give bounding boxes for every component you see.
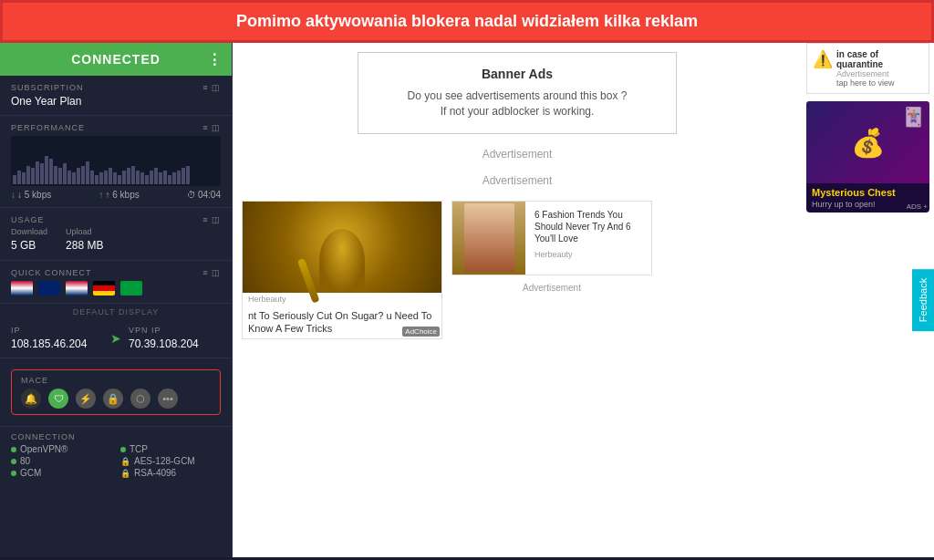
perf-bar <box>54 166 57 184</box>
mace-icon-3[interactable]: ⚡ <box>76 389 96 409</box>
quick-connect-section: QUICK CONNECT ≡ ◫ <box>0 261 232 304</box>
quarantine-ad-action: tap here to view <box>836 78 923 88</box>
banner-ads-text-1: Do you see advertisements around this bo… <box>372 88 662 104</box>
ads-label: ADS + <box>907 202 928 211</box>
perf-bar <box>26 166 30 184</box>
browser-area: Banner Ads Do you see advertisements aro… <box>233 43 934 557</box>
protocol-item: OpenVPN® <box>11 444 111 454</box>
perf-bar <box>77 168 80 184</box>
subscription-label: SUBSCRIPTION ≡ ◫ <box>11 83 221 92</box>
ip-value: 108.185.46.204 <box>11 337 103 350</box>
flag-us[interactable] <box>11 281 33 296</box>
advertisement-placeholder-1: Advertisement <box>242 148 793 161</box>
subscription-section: SUBSCRIPTION ≡ ◫ One Year Plan <box>0 76 232 116</box>
chest-title: Mysterious Chest <box>806 183 929 200</box>
transport-item: TCP <box>120 444 221 454</box>
sugar-article-card[interactable]: Herbeauty nt To Seriously Cut On Sugar? … <box>242 201 442 340</box>
adchoices-badge: AdChoice <box>402 327 440 337</box>
mace-shield-icon[interactable]: 🛡 <box>48 389 68 409</box>
encryption-item: 🔒 AES-128-GCM <box>120 456 221 466</box>
usage-label: USAGE ≡ ◫ <box>11 215 221 224</box>
port-item: 80 <box>11 456 111 466</box>
download-speed: ↓ ↓ 5 kbps <box>11 190 51 200</box>
perf-bar <box>63 163 67 184</box>
vpn-ip-value: 70.39.108.204 <box>129 337 221 350</box>
mace-icons-row: 🔔 🛡 ⚡ 🔒 ⬡ ••• <box>21 389 211 409</box>
mace-icon-5[interactable]: ⬡ <box>130 389 150 409</box>
perf-bar <box>163 171 167 184</box>
banner-ads-box: Banner Ads Do you see advertisements aro… <box>358 52 677 134</box>
flag-br[interactable] <box>120 281 142 296</box>
banner-ads-title: Banner Ads <box>372 67 662 81</box>
perf-bar <box>40 163 44 184</box>
perf-bar <box>168 175 171 184</box>
chest-cards-icon: 🃏 <box>902 106 925 128</box>
usage-row: Download 5 GB Upload 288 MB <box>11 227 221 253</box>
quarantine-ad[interactable]: ⚠️ in case of quarantine Advertisement t… <box>806 43 929 94</box>
perf-bar <box>131 166 135 184</box>
fashion-article-source: Herbeauty <box>529 248 648 261</box>
perf-bars-container <box>11 136 221 186</box>
flag-uk[interactable] <box>38 281 60 296</box>
advertisement-placeholder-2: Advertisement <box>242 174 793 187</box>
vpn-status-bar[interactable]: CONNECTED ⋮ <box>0 43 232 76</box>
perf-bar <box>118 175 121 184</box>
perf-bar <box>95 175 99 184</box>
perf-bar <box>31 168 35 184</box>
ip-row: IP 108.185.46.204 ➤ VPN IP 70.39.108.204 <box>11 326 221 350</box>
perf-bar <box>45 156 48 184</box>
fashion-article-card[interactable]: 6 Fashion Trends You Should Never Try An… <box>451 201 652 300</box>
sidebar: CONNECTED ⋮ SUBSCRIPTION ≡ ◫ One Year Pl… <box>0 43 233 557</box>
perf-bar <box>104 171 108 184</box>
perf-bar <box>72 172 76 184</box>
mace-box: MACE 🔔 🛡 ⚡ 🔒 ⬡ ••• <box>11 369 221 415</box>
chest-emoji-icon: 💰 <box>851 127 885 159</box>
conn-dot-transport <box>120 447 126 452</box>
articles-row: Herbeauty nt To Seriously Cut On Sugar? … <box>242 201 793 340</box>
perf-bar <box>127 168 130 184</box>
perf-bar <box>13 175 16 184</box>
perf-bar <box>182 168 185 184</box>
conn-dot-protocol <box>11 447 16 452</box>
sugar-article-source: Herbeauty <box>243 293 441 306</box>
mode-item: GCM <box>11 468 111 478</box>
mace-bell-icon[interactable]: 🔔 <box>21 389 41 409</box>
mace-icon-6[interactable]: ••• <box>158 389 178 409</box>
perf-bar <box>150 171 153 184</box>
ip-display: IP 108.185.46.204 <box>11 326 103 350</box>
perf-bar <box>140 172 144 184</box>
webpage-content: Banner Ads Do you see advertisements aro… <box>233 43 802 557</box>
perf-bar <box>99 172 103 184</box>
perf-bar <box>177 171 181 184</box>
usage-section: USAGE ≡ ◫ Download 5 GB Upload 288 MB <box>0 208 232 261</box>
default-display-label: DEFAULT DISPLAY <box>0 304 232 318</box>
perf-bar <box>17 171 21 184</box>
connection-section: CONNECTION OpenVPN® TCP 80 🔒 AES-128-GC <box>0 427 232 483</box>
more-options-icon[interactable]: ⋮ <box>207 51 223 68</box>
flag-buttons <box>11 281 221 296</box>
warning-banner-text: Pomimo aktywowania blokera nadal widział… <box>236 12 698 30</box>
warning-icon: ⚠️ <box>813 49 833 69</box>
perf-bar <box>109 168 112 184</box>
performance-label: PERFORMANCE ≡ ◫ <box>11 123 221 132</box>
chest-image: 💰 🃏 <box>806 101 929 183</box>
uptime: ⏱ 04:04 <box>187 190 221 200</box>
mysterious-chest-ad[interactable]: 💰 🃏 Mysterious Chest Hurry up to open! A… <box>806 101 929 213</box>
auth-item: 🔒 RSA-4096 <box>120 468 221 478</box>
perf-bar <box>67 171 71 184</box>
mace-icon-4[interactable]: 🔒 <box>103 389 123 409</box>
perf-bar <box>113 172 117 184</box>
performance-section: PERFORMANCE ≡ ◫ <box>0 116 232 208</box>
warning-banner: Pomimo aktywowania blokera nadal widział… <box>0 0 934 43</box>
perf-bar <box>49 159 53 184</box>
content-area: Banner Ads Do you see advertisements aro… <box>233 43 934 557</box>
flag-us-2[interactable] <box>66 281 88 296</box>
feedback-tab[interactable]: Feedback <box>912 269 934 331</box>
mace-section: MACE 🔔 🛡 ⚡ 🔒 ⬡ ••• <box>0 358 232 427</box>
perf-bar <box>36 161 39 185</box>
ip-arrow-icon: ➤ <box>110 331 121 346</box>
flag-de[interactable] <box>93 281 115 296</box>
lock-icon: 🔒 <box>120 457 130 466</box>
perf-bar <box>154 168 158 184</box>
perf-bar <box>122 171 126 184</box>
